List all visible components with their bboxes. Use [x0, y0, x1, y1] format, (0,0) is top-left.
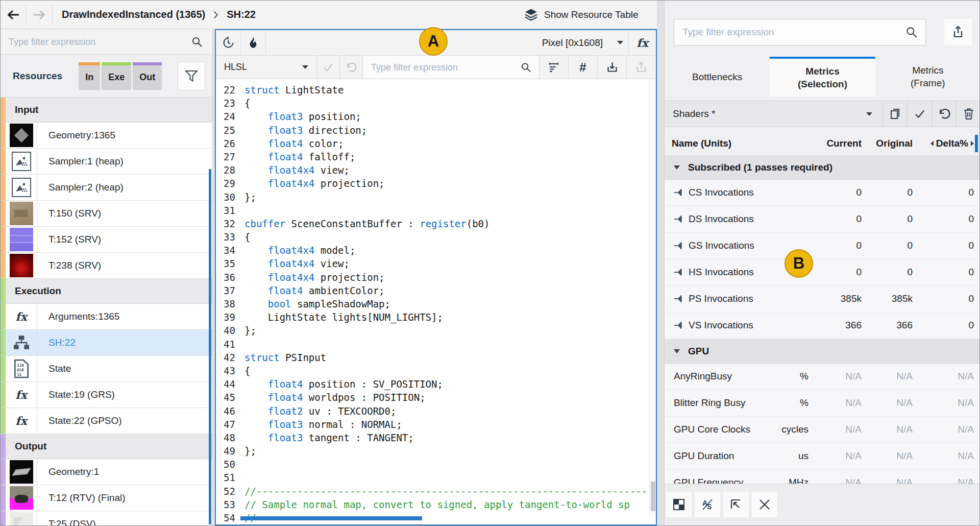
- collapse-panel-button[interactable]: [723, 492, 749, 517]
- show-resource-table-button[interactable]: Show Resource Table: [517, 3, 645, 27]
- preset-select[interactable]: Shaders *: [665, 101, 883, 127]
- line-number: 32: [216, 217, 244, 230]
- export-metrics-button[interactable]: [944, 19, 972, 45]
- apply-metrics-button[interactable]: [907, 101, 932, 127]
- upload-icon: [635, 61, 648, 74]
- filter-button-label: In: [85, 72, 93, 83]
- line-number: 50: [216, 458, 244, 471]
- metric-group-header[interactable]: Subscribed (1 passes required): [665, 155, 980, 180]
- line-number: 49: [216, 444, 244, 458]
- reset-metrics-button[interactable]: [932, 101, 956, 127]
- col-delta[interactable]: Delta%: [913, 138, 974, 149]
- code-filter-input[interactable]: Type filter expression: [363, 56, 540, 79]
- metrics-preset-row: Shaders *: [665, 101, 980, 127]
- col-name-units[interactable]: Name (Units): [672, 138, 808, 149]
- metric-delta: N/A: [913, 397, 974, 409]
- metric-row[interactable]: GPU Core ClockscyclesN/AN/AN/A: [665, 417, 980, 443]
- resource-item[interactable]: T:238 (SRV): [1, 253, 212, 279]
- code-editor[interactable]: 22struct LightState23{24 float3 position…: [216, 79, 649, 524]
- resources-filter-input[interactable]: Type filter expression: [1, 29, 212, 55]
- tab-metrics-selection[interactable]: Metrics (Selection): [770, 57, 875, 97]
- code-text: float4x4 view;: [244, 163, 350, 177]
- metric-current: N/A: [808, 424, 862, 435]
- resource-item[interactable]: fxState:22 (GPSO): [1, 408, 212, 434]
- metric-row[interactable]: DS Invocations000: [665, 206, 980, 233]
- breadcrumb-shader[interactable]: SH:22: [227, 9, 256, 20]
- code-vscrollbar-thumb[interactable]: [651, 482, 655, 511]
- resource-item[interactable]: Sampler:1 (heap): [1, 149, 212, 175]
- code-vscrollbar[interactable]: [649, 79, 656, 515]
- download-shader-button[interactable]: [598, 56, 627, 79]
- resource-item[interactable]: fxArguments:1365: [1, 304, 212, 330]
- code-line: 42struct PSInput: [216, 351, 649, 364]
- resource-item[interactable]: 11001011State: [1, 356, 212, 382]
- left-scrollbar-thumb[interactable]: [209, 169, 211, 524]
- resource-item[interactable]: T:12 (RTV) (Final): [1, 485, 212, 511]
- toggle-contrast-button[interactable]: [666, 492, 692, 517]
- metric-row[interactable]: Blitter Ring Busy%N/AN/AN/A: [665, 390, 980, 417]
- forward-button[interactable]: [27, 3, 52, 27]
- resource-filter-exe-button[interactable]: Exe: [102, 62, 131, 90]
- resource-item[interactable]: T:150 (SRV): [1, 201, 212, 227]
- metric-row[interactable]: GS Invocations000: [665, 233, 980, 259]
- metric-row[interactable]: PS Invocations385k385k0: [665, 286, 980, 313]
- metric-row[interactable]: CS Invocations000: [665, 180, 980, 206]
- copy-metrics-button[interactable]: [883, 101, 907, 127]
- metric-original: N/A: [862, 450, 913, 462]
- history-button[interactable]: [216, 30, 241, 55]
- code-hscrollbar-thumb[interactable]: [240, 516, 422, 520]
- filter-button-label: Exe: [108, 72, 125, 83]
- hot-path-button[interactable]: [241, 30, 266, 55]
- breadcrumb-event[interactable]: DrawIndexedInstanced (1365): [62, 9, 205, 20]
- close-panel-button[interactable]: [752, 492, 777, 517]
- code-line: 47 float3 normal : NORMAL;: [216, 418, 649, 431]
- resource-group-header-execution[interactable]: Execution: [1, 279, 212, 304]
- metric-group-header[interactable]: GPU: [665, 339, 980, 364]
- code-text: LightState lights[NUM_LIGHTS];: [244, 310, 443, 324]
- resource-item[interactable]: T:25 (DSV): [1, 511, 212, 526]
- code-text: {: [244, 97, 250, 110]
- resource-item[interactable]: Sampler:2 (heap): [1, 175, 212, 201]
- col-original[interactable]: Original: [862, 138, 913, 149]
- code-line: 51: [216, 471, 649, 484]
- revert-button[interactable]: [340, 56, 363, 79]
- format-button[interactable]: [540, 56, 569, 79]
- metrics-filter-input[interactable]: Type filter expression: [674, 19, 926, 45]
- resource-item[interactable]: T:152 (SRV): [1, 227, 212, 253]
- tab-bottlenecks[interactable]: Bottlenecks: [665, 57, 770, 97]
- metric-row[interactable]: GPU DurationusN/AN/AN/A: [665, 443, 980, 470]
- metric-original: 366: [862, 320, 913, 331]
- back-arrow-icon: [6, 8, 21, 22]
- toggle-aliases-button[interactable]: A S: [695, 492, 720, 517]
- resource-filter-funnel-button[interactable]: [178, 62, 205, 90]
- edit-shader-button[interactable]: fx: [628, 30, 656, 55]
- geometry-input-icon: [6, 123, 37, 148]
- back-button[interactable]: [1, 3, 26, 27]
- resource-item[interactable]: Geometry:1365: [1, 123, 212, 149]
- tab-metrics-frame[interactable]: Metrics (Frame): [875, 57, 980, 97]
- metric-row[interactable]: GPU FrequencyMHzN/AN/AN/A: [665, 470, 980, 484]
- resource-item[interactable]: SH:22: [1, 330, 212, 356]
- resource-group-header-input[interactable]: Input: [1, 98, 212, 123]
- arrow-left-icon: [930, 141, 934, 146]
- resource-group-header-output[interactable]: Output: [1, 434, 212, 459]
- resource-item[interactable]: Geometry:1: [1, 459, 212, 485]
- resource-item[interactable]: fxState:19 (GRS): [1, 382, 212, 408]
- metric-row[interactable]: VS Invocations3663660: [665, 313, 980, 339]
- col-current[interactable]: Current: [808, 138, 862, 149]
- metric-row[interactable]: AnyRingBusy%N/AN/AN/A: [665, 364, 980, 390]
- language-select[interactable]: HLSL: [216, 56, 317, 79]
- resource-filter-out-button[interactable]: Out: [133, 62, 162, 90]
- line-numbers-button[interactable]: #: [569, 56, 598, 79]
- metric-unit: %: [768, 397, 808, 409]
- code-text: float3 position;: [244, 110, 361, 123]
- shader-stage-select[interactable]: Pixel [0x1608]: [542, 30, 623, 55]
- metric-row[interactable]: HS Invocations000: [665, 259, 980, 286]
- fx-icon: fx: [6, 304, 37, 329]
- delete-metrics-button[interactable]: [956, 101, 980, 127]
- upload-shader-button[interactable]: [627, 56, 656, 79]
- resource-filter-in-button[interactable]: In: [79, 62, 100, 90]
- pin-icon: [674, 215, 684, 223]
- apply-button[interactable]: [317, 56, 340, 79]
- chevron-down-icon: [866, 112, 872, 116]
